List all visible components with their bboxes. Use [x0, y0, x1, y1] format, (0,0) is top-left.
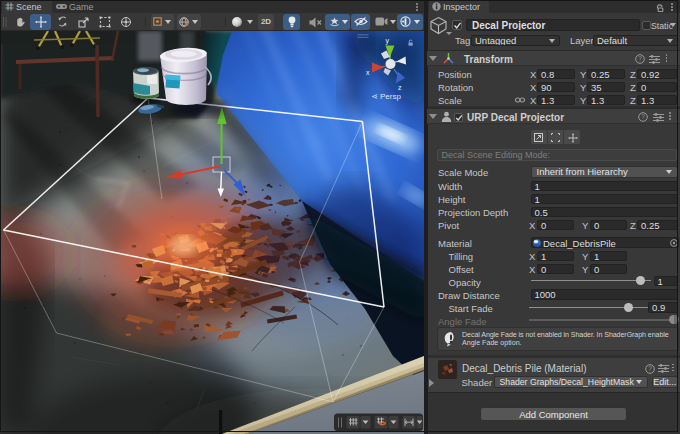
svg-text:?: ? — [641, 113, 645, 120]
svg-text:?: ? — [648, 365, 652, 372]
svg-text:x: x — [366, 69, 370, 76]
svg-text:⋖ Persp: ⋖ Persp — [371, 92, 401, 101]
svg-text:y: y — [386, 37, 390, 45]
svg-text:?: ? — [638, 55, 642, 62]
svg-text:z: z — [398, 84, 402, 91]
